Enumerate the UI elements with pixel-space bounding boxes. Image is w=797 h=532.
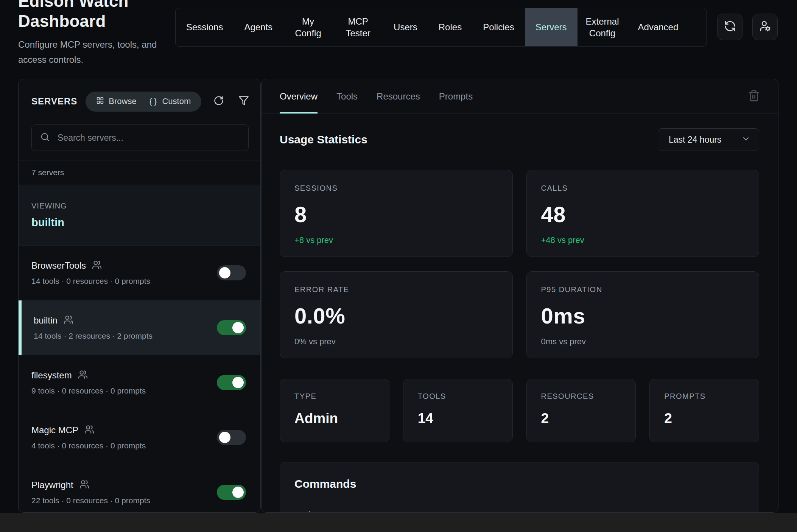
stat-label: SESSIONS (294, 184, 498, 193)
custom-segment[interactable]: { } Custom (149, 96, 191, 106)
server-toggle[interactable] (217, 375, 246, 390)
stat-delta: +8 vs prev (294, 235, 498, 245)
search-container (19, 120, 260, 160)
stat-card-calls: CALLS 48 +48 vs prev (526, 170, 760, 257)
stat-value: 48 (541, 202, 745, 227)
user-settings-button[interactable] (752, 14, 778, 40)
viewing-block: VIEWING builtin (19, 185, 260, 246)
view-mode-switcher: Browse { } Custom (86, 92, 201, 112)
toggle-knob (232, 487, 244, 498)
trash-icon (748, 90, 760, 103)
nav-tab-users[interactable]: Users (383, 8, 428, 46)
nav-tab-mcp-tester[interactable]: MCP Tester (333, 8, 383, 46)
refresh-button[interactable] (717, 14, 743, 40)
nav-tab-agents[interactable]: Agents (233, 8, 283, 46)
page-title: Edison Watch Dashboard (18, 0, 154, 31)
stat-card-sessions: SESSIONS 8 +8 vs prev (280, 170, 513, 257)
nav-tab-sessions[interactable]: Sessions (176, 8, 233, 46)
overview-content: Usage Statistics Last 24 hours SESSIONS (262, 114, 778, 513)
nav-tab-external-config[interactable]: External Config (578, 8, 627, 46)
tab-resources[interactable]: Resources (377, 79, 420, 114)
server-count: 7 servers (19, 160, 260, 185)
info-label: TYPE (294, 392, 375, 401)
toggle-knob (232, 377, 244, 388)
server-row-playwright[interactable]: Playwright 22 tools · 0 resources · 0 pr… (19, 465, 260, 513)
nav-tab-policies[interactable]: Policies (472, 8, 525, 46)
toggle-knob (219, 267, 230, 278)
server-info: filesystem 9 tools · 0 resources · 0 pro… (31, 370, 217, 395)
users-icon (92, 260, 102, 271)
stat-card-p95-duration: P95 DURATION 0ms 0ms vs prev (526, 271, 760, 358)
nav-tab-servers[interactable]: Servers (525, 8, 578, 46)
users-icon (79, 479, 89, 491)
reload-servers-icon[interactable] (213, 95, 224, 107)
search-box (31, 124, 249, 151)
nav-tab-my-config[interactable]: My Config (283, 8, 333, 46)
viewing-label: VIEWING (31, 202, 248, 210)
users-icon (64, 315, 73, 326)
server-row-magic-mcp[interactable]: Magic MCP 4 tools · 0 resources · 0 prom… (19, 410, 260, 465)
users-icon (84, 425, 94, 436)
server-name: Playwright (31, 480, 73, 490)
server-toggle[interactable] (217, 265, 246, 280)
server-info: Playwright 22 tools · 0 resources · 0 pr… (31, 479, 217, 505)
server-detail-panel: Overview Tools Resources Prompts (261, 79, 778, 513)
server-info: Magic MCP 4 tools · 0 resources · 0 prom… (31, 425, 217, 450)
stat-delta: +48 vs prev (541, 235, 745, 245)
search-icon (40, 132, 50, 143)
info-card-type: TYPE Admin (280, 379, 389, 442)
stat-value: 0ms (541, 303, 745, 328)
stat-label: P95 DURATION (541, 285, 745, 294)
time-range-label: Last 24 hours (669, 135, 721, 145)
info-value: 14 (418, 411, 498, 426)
refresh-icon (724, 20, 736, 34)
nav-tab-roles[interactable]: Roles (428, 8, 472, 46)
server-name: BrowserTools (31, 260, 86, 271)
server-info: builtin 14 tools · 2 resources · 2 promp… (34, 315, 217, 341)
info-label: TOOLS (418, 392, 498, 401)
stat-delta: 0ms vs prev (541, 337, 745, 347)
server-row-filesystem[interactable]: filesystem 9 tools · 0 resources · 0 pro… (19, 355, 260, 410)
server-name: Magic MCP (31, 425, 78, 436)
grid-icon (96, 96, 104, 107)
commands-cmd-text: cmd: (294, 509, 744, 513)
sidebar-title: SERVERS (31, 96, 77, 107)
info-label: RESOURCES (541, 392, 621, 401)
server-toggle[interactable] (217, 430, 246, 445)
commands-title: Commands (294, 478, 744, 490)
stat-card-error-rate: ERROR RATE 0.0% 0% vs prev (280, 271, 513, 358)
delete-server-button[interactable] (748, 79, 760, 114)
dashboard-app: Edison Watch Dashboard Configure MCP ser… (0, 0, 797, 513)
server-meta: 22 tools · 0 resources · 0 prompts (31, 496, 217, 505)
search-input[interactable] (57, 132, 240, 143)
tab-tools[interactable]: Tools (336, 79, 358, 114)
tab-overview[interactable]: Overview (280, 79, 318, 114)
sidebar-header-icons (213, 95, 249, 107)
stat-label: CALLS (541, 184, 745, 193)
nav-tab-advanced[interactable]: Advanced (627, 8, 689, 46)
stat-value: 0.0% (294, 303, 498, 328)
custom-label: Custom (162, 96, 191, 106)
tab-prompts[interactable]: Prompts (439, 79, 473, 114)
section-title: Usage Statistics (280, 133, 367, 146)
info-value: 2 (664, 411, 744, 426)
stats-grid: SESSIONS 8 +8 vs prev CALLS 48 +48 vs pr… (280, 170, 759, 358)
server-toggle[interactable] (217, 485, 246, 500)
server-meta: 14 tools · 2 resources · 2 prompts (34, 331, 217, 341)
filter-icon[interactable] (238, 95, 249, 107)
browse-segment[interactable]: Browse (96, 96, 136, 107)
server-row-browsertools[interactable]: BrowserTools 14 tools · 0 resources · 0 … (19, 246, 260, 300)
time-range-select[interactable]: Last 24 hours (658, 128, 759, 151)
info-card-tools: TOOLS 14 (403, 379, 513, 442)
server-meta: 4 tools · 0 resources · 0 prompts (31, 441, 217, 450)
server-name: filesystem (31, 370, 72, 381)
page-subtitle: Configure MCP servers, tools, and access… (18, 37, 177, 67)
server-toggle[interactable] (217, 320, 246, 335)
user-gear-icon (759, 20, 771, 34)
usage-statistics-header: Usage Statistics Last 24 hours (280, 128, 759, 151)
top-nav: Sessions Agents My Config MCP Tester Use… (175, 8, 707, 47)
sidebar-header: SERVERS Browse { } Custom (19, 79, 260, 120)
server-row-builtin[interactable]: builtin 14 tools · 2 resources · 2 promp… (19, 300, 260, 355)
server-meta: 14 tools · 0 resources · 0 prompts (31, 277, 217, 286)
info-value: Admin (294, 411, 375, 426)
